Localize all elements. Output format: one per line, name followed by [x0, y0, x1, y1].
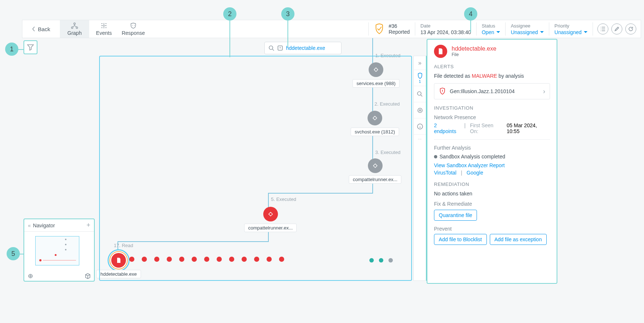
status-value: Open: [482, 29, 494, 35]
network-presence-row: 2 endpoints | First Seen On: 05 Mar 2024…: [434, 122, 550, 134]
alert-badge: #36 Reported: [368, 22, 415, 36]
blocklist-label: Add file to Blocklist: [439, 236, 482, 242]
back-button[interactable]: Back: [22, 20, 60, 38]
tab-graph[interactable]: Graph: [60, 20, 89, 38]
header-date: Date 13 Apr 2024, 03:38:40: [415, 22, 476, 36]
callout-1: 1: [5, 43, 18, 56]
graph-viewport[interactable]: [99, 56, 412, 281]
callout-3: 3: [281, 7, 294, 21]
google-link[interactable]: Google: [467, 170, 483, 176]
exception-button[interactable]: Add file as exception: [490, 234, 547, 245]
sandbox-report-link[interactable]: View Sandbox Analyzer Report: [434, 162, 505, 168]
no-actions: No actions taken: [434, 191, 550, 197]
status-dot-icon: [434, 155, 437, 158]
shield-outline-icon: [417, 73, 423, 79]
refresh-button[interactable]: [625, 23, 636, 34]
callout-5: 5: [7, 247, 20, 260]
quarantine-label: Quarantine file: [439, 212, 472, 218]
list-button[interactable]: [597, 23, 608, 34]
callout-line-4: [470, 21, 471, 32]
virustotal-link[interactable]: VirusTotal: [434, 170, 456, 176]
navigator-minimap[interactable]: [24, 232, 94, 271]
priority-label: Priority: [554, 23, 587, 29]
shield-icon: [374, 23, 385, 35]
priority-value: Unassigned: [554, 29, 582, 35]
tab-graph-label: Graph: [68, 30, 82, 36]
svg-point-3: [132, 25, 133, 26]
target-icon: [417, 107, 423, 114]
tab-response-label: Response: [122, 30, 145, 36]
reset-view-icon[interactable]: [27, 273, 34, 279]
callout-3-num: 3: [286, 10, 290, 18]
expand-panel-button[interactable]: »: [414, 56, 426, 70]
tab-events[interactable]: Events: [89, 20, 119, 38]
endpoints-link[interactable]: 2 endpoints: [434, 122, 460, 134]
rail-target[interactable]: [414, 102, 426, 118]
cube-icon[interactable]: [84, 273, 91, 279]
alert-item-row[interactable]: Gen:Illusion.Jazz.1.2010104 ›: [434, 83, 550, 99]
chevron-down-icon: [584, 31, 587, 33]
shield-warn-icon: [439, 87, 446, 95]
quarantine-button[interactable]: Quarantine file: [434, 210, 477, 221]
file-name: hddetectable.exe: [452, 45, 496, 52]
chevron-right-icon: ›: [543, 88, 545, 95]
svg-point-5: [269, 46, 273, 49]
list-icon: [600, 26, 606, 32]
callout-4: 4: [464, 7, 477, 21]
search-value: hddetectable.exe: [286, 45, 325, 51]
navigator-title: Navigator: [33, 223, 87, 228]
panel-title: hddetectable.exe File: [434, 45, 550, 58]
edit-button[interactable]: [611, 23, 622, 34]
rail-alerts[interactable]: 1: [414, 70, 426, 86]
events-icon: [100, 22, 108, 29]
alert-post: by analysis: [497, 73, 524, 79]
callout-line-2: [229, 21, 230, 57]
file-warn-icon: [277, 45, 283, 51]
search-input[interactable]: hddetectable.exe: [264, 42, 341, 54]
callout-5-num: 5: [11, 250, 15, 258]
alert-pre: File detected as: [434, 73, 472, 79]
magnify-icon: [417, 91, 423, 98]
svg-point-13: [418, 108, 422, 113]
alert-item-name: Gen:Illusion.Jazz.1.2010104: [450, 88, 539, 94]
tab-response[interactable]: Response: [119, 20, 148, 38]
file-kind: File: [452, 52, 496, 57]
header-status[interactable]: Status Open: [476, 22, 505, 36]
edit-icon: [614, 26, 620, 32]
graph-dot-row: [129, 257, 284, 262]
blocklist-button[interactable]: Add file to Blocklist: [434, 234, 487, 245]
alert-status: Reported: [388, 29, 410, 35]
callout-2: 2: [223, 7, 236, 21]
rail-info[interactable]: [414, 118, 426, 135]
filter-button[interactable]: [23, 40, 37, 54]
sandbox-done: Sandbox Analysis completed: [439, 154, 505, 159]
file-icon: [434, 45, 447, 58]
navigator-header: « Navigator +: [24, 219, 94, 232]
network-presence-label: Network Presence: [434, 114, 550, 120]
callout-4-num: 4: [469, 10, 473, 18]
exception-label: Add file as exception: [495, 236, 542, 242]
rail-more[interactable]: ⋮: [414, 135, 426, 143]
header-priority[interactable]: Priority Unassigned: [549, 22, 593, 36]
sandbox-status: Sandbox Analysis completed: [434, 154, 550, 159]
further-analysis-label: Further Analysis: [434, 145, 550, 151]
callout-1-num: 1: [10, 45, 14, 53]
header-assignee[interactable]: Assignee Unassigned: [505, 22, 549, 36]
svg-point-4: [134, 25, 135, 26]
assignee-value: Unassigned: [511, 29, 538, 35]
toolbar-actions: [593, 22, 641, 36]
alert-malware: MALWARE: [472, 73, 497, 79]
prevent-label: Prevent: [434, 226, 550, 232]
minimap-viewport[interactable]: [35, 236, 79, 265]
info-icon: [417, 123, 423, 130]
tab-events-label: Events: [96, 30, 112, 36]
dots-icon: ⋮: [417, 137, 422, 141]
first-seen-value: 05 Mar 2024, 10:55: [507, 122, 550, 134]
add-button[interactable]: +: [86, 221, 90, 229]
status-label: Status: [482, 23, 500, 29]
graph-dot-row-right: [369, 258, 393, 263]
rail-search[interactable]: [414, 86, 426, 102]
details-panel: hddetectable.exe File ALERTS File detect…: [427, 39, 557, 284]
refresh-icon: [628, 26, 634, 32]
chevron-left-double-icon[interactable]: «: [28, 223, 31, 228]
